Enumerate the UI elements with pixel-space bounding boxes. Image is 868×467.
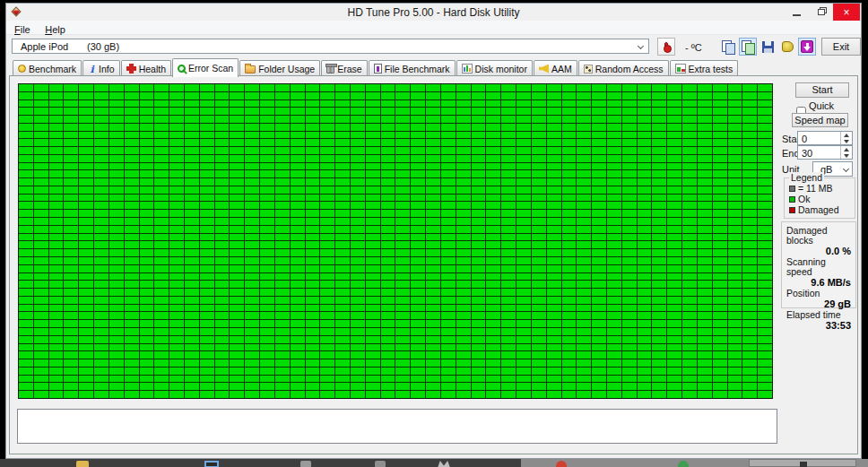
scan-block — [441, 139, 456, 146]
update-button[interactable] — [798, 38, 816, 56]
close-button[interactable] — [833, 4, 860, 21]
scan-block — [426, 305, 440, 312]
spin-up-button[interactable] — [841, 132, 852, 138]
scan-block — [698, 124, 712, 131]
tab-folder-usage[interactable]: Folder Usage — [239, 60, 320, 76]
scan-block — [245, 116, 259, 123]
tab-benchmark[interactable]: Benchmark — [13, 60, 82, 76]
scan-block — [320, 147, 334, 154]
scan-block — [516, 281, 531, 288]
scan-block — [532, 84, 546, 91]
options-button[interactable] — [778, 38, 796, 56]
minimize-button[interactable] — [785, 4, 809, 21]
spin-down-button[interactable] — [841, 152, 852, 159]
tab-info[interactable]: Info — [82, 60, 120, 76]
scan-block — [713, 155, 727, 162]
scan-block — [64, 336, 78, 343]
taskbar-icon[interactable] — [300, 461, 311, 467]
tab-aam[interactable]: AAM — [534, 60, 577, 76]
scan-block — [682, 92, 697, 99]
scan-block — [682, 116, 697, 123]
start-scan-button[interactable]: Start — [795, 82, 849, 98]
scan-block — [381, 289, 395, 296]
taskbar-folder-icon[interactable] — [76, 461, 89, 467]
scan-block — [728, 320, 742, 327]
spin-down-button[interactable] — [841, 138, 852, 144]
scan-block — [562, 195, 577, 202]
menu-file[interactable]: File — [14, 24, 30, 35]
menu-help[interactable]: Help — [45, 24, 65, 35]
scan-block — [64, 368, 78, 375]
tab-disk-monitor[interactable]: Disk monitor — [456, 60, 533, 76]
scan-block — [516, 195, 531, 202]
spin-up-button[interactable] — [841, 146, 852, 152]
scan-block — [34, 241, 48, 248]
scan-block — [49, 344, 64, 351]
scan-block — [185, 344, 199, 351]
thermometer-icon — [664, 42, 668, 52]
scan-block — [501, 265, 516, 272]
scan-block — [758, 257, 772, 264]
scan-block — [275, 344, 290, 351]
scan-block — [667, 163, 681, 170]
scan-block — [742, 124, 757, 131]
window-title: HD Tune Pro 5.00 - Hard Disk Utility — [6, 6, 861, 19]
scan-block — [275, 257, 290, 264]
scan-block — [713, 265, 727, 272]
end-field[interactable]: 30 — [797, 145, 853, 160]
scan-block — [501, 210, 516, 217]
temperature-button[interactable] — [657, 38, 675, 56]
scan-block — [652, 139, 666, 146]
scan-block — [140, 178, 154, 186]
start-field[interactable]: 0 — [797, 131, 853, 145]
scan-block — [742, 108, 757, 115]
taskbar-icon[interactable] — [678, 461, 689, 467]
scan-block — [366, 359, 380, 367]
save-button[interactable] — [759, 38, 777, 56]
tab-random-access[interactable]: Random Access — [578, 60, 669, 76]
copy-button[interactable] — [719, 38, 737, 56]
scan-block — [125, 383, 139, 390]
scan-block — [592, 249, 606, 256]
taskbar-icon[interactable] — [556, 461, 567, 467]
taskbar-active-button[interactable] — [749, 459, 856, 467]
scan-block — [607, 328, 621, 335]
tab-error-scan[interactable]: Error Scan — [172, 58, 239, 77]
scan-block — [291, 359, 305, 367]
scan-block — [547, 108, 561, 115]
scan-block — [351, 210, 365, 217]
taskbar-icon[interactable] — [375, 461, 386, 467]
scan-block — [441, 368, 456, 375]
scan-block — [154, 108, 169, 115]
scan-block — [49, 297, 64, 304]
drive-select[interactable]: Apple iPod (30 gB) — [12, 39, 649, 54]
tab-extra-tests[interactable]: Extra tests — [670, 60, 739, 76]
scan-block — [34, 186, 48, 194]
screenshot-button[interactable] — [739, 38, 757, 56]
scan-block — [577, 359, 591, 367]
tab-erase[interactable]: Erase — [321, 60, 367, 76]
scan-block — [335, 351, 350, 359]
scan-block — [366, 124, 380, 131]
scan-block — [215, 320, 230, 327]
tab-file-benchmark[interactable]: File Benchmark — [369, 60, 456, 76]
speed-map-button[interactable]: Speed map — [792, 113, 848, 127]
scan-block — [698, 226, 712, 233]
scan-block — [742, 218, 757, 225]
scan-block — [441, 289, 456, 296]
scan-block — [291, 163, 305, 170]
scan-block — [154, 376, 169, 383]
taskbar-icon[interactable] — [438, 461, 450, 467]
scan-block — [200, 163, 214, 170]
scan-block — [200, 359, 214, 367]
taskbar-window-icon[interactable] — [204, 461, 219, 467]
scan-block — [351, 170, 365, 177]
update-download-icon — [801, 40, 813, 53]
scan-block — [169, 257, 184, 264]
scan-block — [335, 100, 350, 108]
maximize-button[interactable] — [809, 4, 833, 21]
tab-health[interactable]: Health — [121, 60, 171, 76]
scan-block — [638, 273, 652, 281]
exit-button[interactable]: Exit — [821, 38, 861, 56]
scan-block — [742, 344, 757, 351]
